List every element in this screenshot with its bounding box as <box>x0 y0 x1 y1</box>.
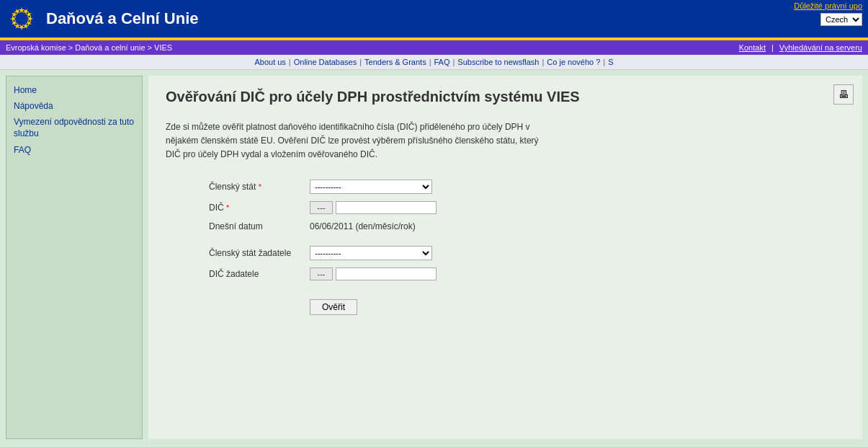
requester-state-label: Členský stát žadatele <box>209 248 310 258</box>
requester-state-select[interactable]: ---------- <box>310 246 432 260</box>
requester-dic-row: DIČ žadatele --- <box>209 267 845 280</box>
print-icon: 🖶 <box>838 89 849 100</box>
top-nav-links: Kontakt | Vyhledávání na serveru <box>739 43 862 52</box>
nav-online-databases[interactable]: Online Databases <box>294 58 357 66</box>
eu-logo-icon <box>6 3 37 35</box>
language-select[interactable]: Czech <box>820 13 862 26</box>
nav-about-us[interactable]: About us <box>254 58 285 66</box>
nav-tenders-grants[interactable]: Tenders & Grants <box>364 58 426 66</box>
dic-control: --- <box>310 201 437 214</box>
requester-dic-control: --- <box>310 267 437 280</box>
dic-input[interactable] <box>336 201 437 214</box>
form-spacer <box>209 239 845 246</box>
sidebar-item-faq[interactable]: FAQ <box>12 142 136 158</box>
important-legal-link[interactable]: Důležité právní upo <box>788 0 868 12</box>
nav-s[interactable]: S <box>608 58 613 66</box>
member-state-control: ---------- <box>310 180 432 194</box>
requester-state-control: ---------- <box>310 246 432 260</box>
date-label: Dnešní datum <box>209 221 310 231</box>
requester-dic-label: DIČ žadatele <box>209 269 310 279</box>
dic-prefix: --- <box>310 201 333 214</box>
member-state-row: Členský stát * ---------- <box>209 180 845 194</box>
requester-dic-input[interactable] <box>336 267 437 280</box>
nav-subscribe-newsflash[interactable]: Subscribe to newsflash <box>457 58 539 66</box>
top-header: Daňová a Celní Unie Důležité právní upo … <box>0 0 868 37</box>
submit-button[interactable]: Ověřit <box>310 299 357 315</box>
requester-state-row: Členský stát žadatele ---------- <box>209 246 845 260</box>
member-state-select[interactable]: ---------- <box>310 180 432 194</box>
content-area: 🖶 Ověřování DIČ pro účely DPH prostředni… <box>148 76 862 439</box>
sidebar-item-home[interactable]: Home <box>12 82 136 98</box>
sidebar: Home Nápověda Vymezení odpovědnosti za t… <box>6 76 143 439</box>
date-row: Dnešní datum 06/06/2011 (den/měsíc/rok) <box>209 221 845 231</box>
dic-row: DIČ * --- <box>209 201 845 214</box>
kontakt-link[interactable]: Kontakt <box>739 43 766 52</box>
purple-nav: Evropská komise > Daňová a celní unie > … <box>0 40 868 55</box>
nav-faq[interactable]: FAQ <box>434 58 449 66</box>
nav-co-je-noveho[interactable]: Co je nového ? <box>547 58 600 66</box>
site-title: Daňová a Celní Unie <box>46 9 862 28</box>
sidebar-item-napoveda[interactable]: Nápověda <box>12 98 136 114</box>
vat-form: Členský stát * ---------- DIČ * --- <box>209 180 845 315</box>
required-star-dic: * <box>226 203 229 212</box>
main-layout: Home Nápověda Vymezení odpovědnosti za t… <box>0 70 868 445</box>
print-button[interactable]: 🖶 <box>833 84 854 105</box>
member-state-label: Členský stát * <box>209 182 310 192</box>
date-value: 06/06/2011 (den/měsíc/rok) <box>310 221 416 231</box>
top-right-bar: Důležité právní upo Czech <box>788 0 868 27</box>
submit-row: Ověřit <box>209 288 845 315</box>
requester-dic-prefix: --- <box>310 267 333 280</box>
secondary-nav: About us | Online Databases | Tenders & … <box>0 55 868 70</box>
page-description: Zde si můžete ověřit platnost daňového i… <box>166 120 540 162</box>
sidebar-item-disclaimer[interactable]: Vymezení odpovědnosti za tuto službu <box>12 114 136 142</box>
vyhledavani-link[interactable]: Vyhledávání na serveru <box>779 43 862 52</box>
breadcrumb: Evropská komise > Daňová a celní unie > … <box>6 43 172 52</box>
page-title: Ověřování DIČ pro účely DPH prostřednict… <box>166 87 845 106</box>
required-star-state: * <box>259 182 261 191</box>
dic-label: DIČ * <box>209 203 310 213</box>
